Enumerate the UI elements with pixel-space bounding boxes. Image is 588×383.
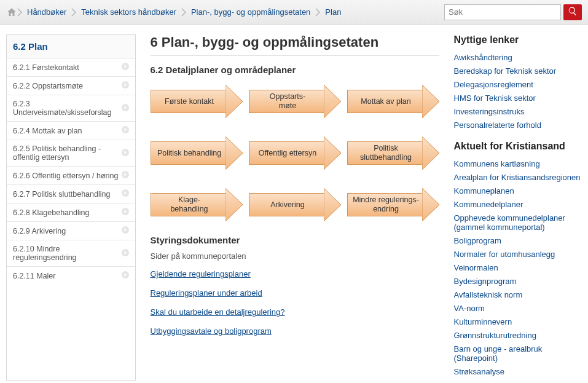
sidebar-item[interactable]: 6.2.2 Oppstartsmøte (7, 77, 135, 95)
sidebar-item[interactable]: 6.2.1 Førstekontakt (7, 58, 135, 77)
svg-marker-14 (225, 136, 243, 170)
sidebar-item[interactable]: 6.2.6 Offentlig ettersyn / høring (7, 167, 135, 185)
sidebar-item[interactable]: 6.2.9 Arkivering (7, 222, 135, 240)
sidebar-item-label: 6.2.6 Offentlig ettersyn / høring (13, 172, 118, 180)
sidebar-item-label: 6.2.8 Klagebehandling (13, 208, 89, 217)
svg-marker-16 (422, 136, 439, 170)
side-link[interactable]: Veinormalen (454, 263, 582, 272)
sidebar-item-label: 6.2.9 Arkivering (13, 227, 66, 235)
arrow-right-icon (225, 136, 243, 170)
chevron-right-icon (122, 63, 129, 72)
process-step-label: Første kontakt (151, 90, 228, 113)
breadcrumb-item[interactable]: Teknisk sektors håndbøker (76, 7, 181, 17)
process-step-label: Klage- behandling (151, 193, 228, 216)
side-link[interactable]: Bydesignprogram (454, 277, 582, 286)
sidebar-nav: 6.2 Plan 6.2.1 Førstekontakt6.2.2 Oppsta… (6, 34, 136, 381)
right-heading-useful-links: Nyttige lenker (454, 34, 582, 45)
svg-marker-13 (422, 85, 439, 118)
process-step[interactable]: Oppstarts- møte (249, 85, 341, 118)
sidebar-item[interactable]: 6.2.4 Mottak av plan (7, 122, 135, 140)
breadcrumb-item[interactable]: Håndbøker (22, 7, 71, 17)
sidebar-item[interactable]: 6.2.7 Politisk sluttbehandling (7, 185, 135, 203)
svg-marker-12 (324, 85, 341, 118)
process-step[interactable]: Arkivering (249, 188, 341, 221)
side-link[interactable]: Personalrelaterte forhold (454, 120, 582, 130)
document-link[interactable]: Reguleringsplaner under arbeid (151, 288, 439, 298)
sidebar-item-label: 6.2.10 Mindre reguleringsendring (13, 245, 122, 262)
document-link[interactable]: Utbyggingsavtale og boligprogram (151, 326, 439, 336)
side-link[interactable]: Kommunens kartløsning (454, 159, 582, 168)
chevron-right-icon (122, 249, 129, 258)
sidebar-item[interactable]: 6.2.8 Klagebehandling (7, 203, 135, 222)
process-step[interactable]: Offentlig ettersyn (249, 136, 341, 170)
process-step[interactable]: Mindre regulerings- endring (347, 188, 439, 221)
process-step-label: Politisk sluttbehandling (347, 141, 425, 165)
side-link[interactable]: VA-norm (454, 304, 582, 313)
main-content: 6 Plan-, bygg- og oppmålingsetaten 6.2 D… (136, 34, 454, 381)
search-icon (568, 6, 578, 18)
sidebar-item-label: 6.2.4 Mottak av plan (13, 127, 82, 135)
chevron-right-icon (122, 271, 129, 280)
process-step[interactable]: Første kontakt (151, 85, 243, 118)
process-step-label: Politisk behandling (151, 141, 228, 165)
breadcrumb-item[interactable]: Plan-, bygg- og oppmålingsetaten (186, 7, 315, 17)
breadcrumb-bar: Håndbøker Teknisk sektors håndbøker Plan… (0, 0, 588, 25)
document-link[interactable]: Gjeldende reguleringsplaner (151, 269, 439, 278)
arrow-right-icon (422, 136, 439, 170)
sidebar-item-label: 6.2.3 Underveismøte/skisseforslag (13, 100, 122, 117)
sidebar-item-label: 6.2.2 Oppstartsmøte (13, 82, 83, 90)
search-input[interactable] (444, 4, 561, 20)
sidebar-item-label: 6.2.11 Maler (13, 272, 55, 280)
chevron-right-icon (122, 104, 129, 113)
docs-heading: Styringsdokumenter (151, 235, 439, 245)
process-step-label: Mindre regulerings- endring (347, 193, 425, 216)
process-step[interactable]: Mottak av plan (347, 85, 439, 118)
arrow-right-icon (225, 85, 243, 118)
docs-subheading: Sider på kommuneportalen (151, 251, 439, 261)
arrow-right-icon (324, 188, 341, 221)
document-link[interactable]: Skal du utarbeide en detaljregulering? (151, 307, 439, 317)
process-step-label: Mottak av plan (347, 90, 425, 113)
process-step[interactable]: Klage- behandling (151, 188, 243, 221)
process-step[interactable]: Politisk behandling (151, 136, 243, 170)
chevron-right-icon (122, 171, 129, 180)
process-step-label: Offentlig ettersyn (249, 141, 326, 165)
process-flow-diagram: Første kontaktOppstarts- møteMottak av p… (151, 85, 439, 221)
side-link[interactable]: Awikshåndtering (454, 53, 582, 62)
process-step-label: Oppstarts- møte (249, 90, 326, 113)
side-link[interactable]: Investeringsinstruks (454, 107, 582, 116)
svg-marker-18 (324, 188, 341, 221)
svg-marker-11 (225, 85, 243, 118)
chevron-right-icon (122, 189, 129, 199)
chevron-right-icon (122, 208, 129, 217)
breadcrumb-item-current[interactable]: Plan (320, 7, 346, 17)
sidebar-item[interactable]: 6.2.3 Underveismøte/skisseforslag (7, 95, 135, 122)
side-link[interactable]: Barn og unge - arealbruk (Sharepoint) (454, 344, 582, 363)
process-step[interactable]: Politisk sluttbehandling (347, 136, 439, 170)
sidebar-item-label: 6.2.5 Politisk behandling - offentlig et… (13, 144, 122, 162)
process-step-label: Arkivering (249, 193, 326, 216)
side-link[interactable]: HMS for Teknisk sektor (454, 93, 582, 103)
page-title: 6 Plan-, bygg- og oppmålingsetaten (151, 34, 439, 56)
side-link[interactable]: Boligprogram (454, 236, 582, 245)
search-button[interactable] (563, 4, 582, 20)
side-link[interactable]: Kommunedelplaner (454, 200, 582, 209)
chevron-right-icon (122, 126, 129, 135)
sidebar-item[interactable]: 6.2.5 Politisk behandling - offentlig et… (7, 140, 135, 167)
side-link[interactable]: Arealplan for Kristiansandsregionen (454, 173, 582, 182)
side-link[interactable]: Strøksanalyse (454, 367, 582, 376)
side-link[interactable]: Avfallsteknisk norm (454, 290, 582, 299)
sidebar-item[interactable]: 6.2.10 Mindre reguleringsendring (7, 240, 135, 267)
side-link[interactable]: Kommuneplanen (454, 186, 582, 195)
side-link[interactable]: Opphevede kommunedelplaner (gammel kommu… (454, 213, 582, 232)
side-link[interactable]: Delegasjonsreglement (454, 80, 582, 89)
side-link[interactable]: Beredskap for Teknisk sektor (454, 66, 582, 76)
side-link[interactable]: Kulturminnevern (454, 317, 582, 326)
side-link[interactable]: Grønnstrukturutredning (454, 331, 582, 340)
breadcrumb: Håndbøker Teknisk sektors håndbøker Plan… (6, 7, 444, 18)
home-icon[interactable] (6, 7, 17, 18)
sidebar-item[interactable]: 6.2.11 Maler (7, 267, 135, 285)
chevron-right-icon (122, 81, 129, 90)
chevron-right-icon (122, 149, 129, 158)
side-link[interactable]: Normaler for utomhusanlegg (454, 250, 582, 259)
